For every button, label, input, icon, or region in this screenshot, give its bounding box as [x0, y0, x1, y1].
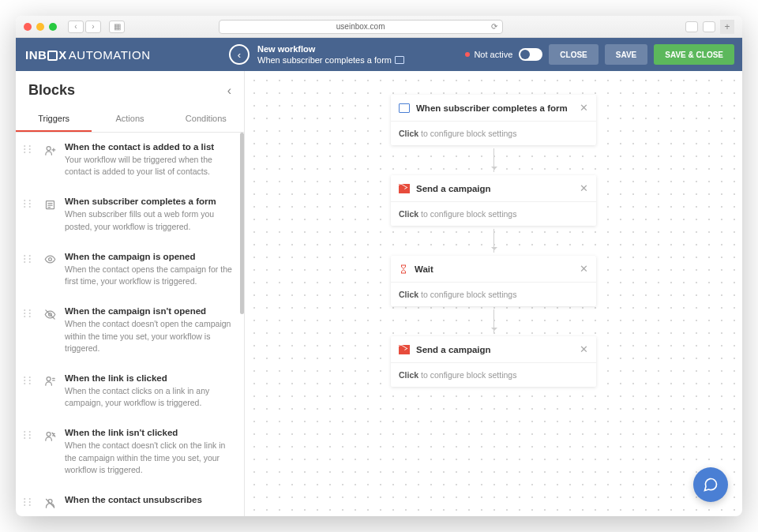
new-tab-button[interactable]: + — [720, 20, 734, 34]
trigger-title: When the link isn't clicked — [65, 428, 233, 437]
logo-suffix: AUTOMATION — [69, 48, 151, 62]
tab-conditions[interactable]: Conditions — [168, 107, 244, 132]
tabs-icon[interactable] — [703, 21, 715, 32]
browser-titlebar: ‹ › ▦ useinbox.com ⟳ + — [16, 16, 742, 38]
remove-node-icon[interactable]: ✕ — [580, 102, 588, 114]
chat-icon — [703, 477, 719, 493]
collapse-sidebar-icon[interactable]: ‹ — [227, 84, 231, 98]
remove-node-icon[interactable]: ✕ — [580, 263, 588, 275]
svg-point-0 — [47, 146, 51, 150]
active-toggle[interactable] — [519, 48, 542, 61]
flow-node[interactable]: Wait✕Click to configure block settings — [391, 256, 596, 306]
user-add-icon — [43, 143, 57, 157]
connector — [493, 229, 494, 253]
drag-handle-icon[interactable]: • •• •• • — [24, 142, 35, 178]
sidebar-tabs: Triggers Actions Conditions — [16, 107, 244, 133]
node-hint: Click to configure block settings — [391, 283, 596, 306]
mail-icon — [399, 345, 410, 354]
drag-handle-icon[interactable]: • •• •• • — [24, 252, 35, 287]
logo-o-icon — [47, 51, 58, 61]
remove-node-icon[interactable]: ✕ — [580, 343, 588, 355]
node-title: Wait — [415, 264, 573, 274]
node-hint: Click to configure block settings — [391, 363, 596, 387]
trigger-item[interactable]: • •• •• •When the link is clickedWhen th… — [16, 364, 244, 418]
scrollbar[interactable] — [240, 133, 244, 314]
drag-handle-icon[interactable]: • •• •• • — [24, 428, 35, 476]
chat-fab[interactable] — [693, 467, 728, 502]
trigger-item[interactable]: • •• •• •When subscriber completes a for… — [16, 187, 244, 242]
mail-icon — [399, 184, 410, 193]
app-logo: INBXAUTOMATION — [16, 48, 229, 62]
tab-triggers[interactable]: Triggers — [16, 107, 92, 132]
drag-handle-icon[interactable]: • •• •• • — [24, 373, 35, 409]
trigger-desc: When the contact opens the campaign for … — [65, 264, 233, 287]
form-icon — [43, 197, 57, 212]
eye-icon — [43, 253, 57, 267]
trigger-title: When the contact is added to a list — [65, 142, 233, 152]
tab-actions[interactable]: Actions — [92, 107, 167, 132]
trigger-item[interactable]: • •• •• •When the contact unsubscribes — [16, 485, 244, 516]
browser-window: ‹ › ▦ useinbox.com ⟳ + INBXAUTOMATION ‹ … — [16, 16, 742, 516]
window-close-dot[interactable] — [24, 23, 32, 31]
connector — [493, 309, 494, 333]
status-indicator: Not active — [465, 50, 512, 59]
eye-off-icon — [43, 307, 57, 321]
close-button[interactable]: CLOSE — [549, 44, 598, 65]
node-hint: Click to configure block settings — [391, 202, 596, 226]
trigger-desc: Your workflow will be triggered when the… — [65, 154, 233, 178]
svg-point-11 — [47, 432, 51, 436]
trigger-title: When the contact unsubscribes — [65, 495, 233, 504]
drag-handle-icon[interactable]: • •• •• • — [24, 197, 35, 232]
app-body: Blocks ‹ Triggers Actions Conditions • •… — [16, 71, 742, 516]
flow-node[interactable]: When subscriber completes a form✕Click t… — [391, 95, 596, 145]
nav-sidebar-button[interactable]: ▦ — [109, 21, 125, 33]
form-icon — [395, 56, 404, 64]
share-icon[interactable] — [685, 21, 698, 32]
trigger-item[interactable]: • •• •• •When the link isn't clickedWhen… — [16, 418, 244, 485]
trigger-title: When subscriber completes a form — [65, 197, 233, 206]
node-title: When subscriber completes a form — [416, 103, 573, 113]
workflow-canvas[interactable]: When subscriber completes a form✕Click t… — [245, 71, 742, 516]
trigger-title: When the link is clicked — [65, 373, 233, 383]
window-min-dot[interactable] — [36, 23, 44, 31]
node-title: Send a campaign — [416, 184, 573, 193]
nav-back-button[interactable]: ‹ — [68, 21, 84, 33]
trigger-item[interactable]: • •• •• •When the campaign is openedWhen… — [16, 242, 244, 297]
trigger-title: When the campaign isn't opened — [65, 306, 233, 316]
link-icon — [43, 374, 57, 388]
form-icon — [399, 103, 410, 113]
node-title: Send a campaign — [416, 345, 573, 354]
reload-icon[interactable]: ⟳ — [491, 22, 497, 31]
flow-node[interactable]: Send a campaign✕Click to configure block… — [391, 336, 596, 387]
connector — [493, 148, 494, 172]
save-close-button[interactable]: SAVE & CLOSE — [654, 44, 734, 65]
address-bar[interactable]: useinbox.com ⟳ — [219, 20, 503, 34]
status-label: Not active — [474, 50, 512, 59]
flow-column: When subscriber completes a form✕Click t… — [391, 95, 596, 387]
flow-node[interactable]: Send a campaign✕Click to configure block… — [391, 175, 596, 226]
svg-point-10 — [47, 377, 51, 381]
trigger-item[interactable]: • •• •• •When the contact is added to a … — [16, 133, 244, 187]
trigger-item[interactable]: • •• •• •When the campaign isn't openedW… — [16, 297, 244, 364]
save-button[interactable]: SAVE — [605, 44, 648, 65]
sidebar: Blocks ‹ Triggers Actions Conditions • •… — [16, 71, 245, 516]
hourglass-icon — [399, 264, 408, 275]
trigger-list[interactable]: • •• •• •When the contact is added to a … — [16, 133, 244, 516]
back-button[interactable]: ‹ — [229, 44, 250, 65]
trigger-desc: When subscriber fills out a web form you… — [65, 208, 233, 232]
svg-line-14 — [46, 499, 54, 507]
url-text: useinbox.com — [336, 22, 385, 31]
logo-bold: INB — [25, 48, 47, 62]
remove-node-icon[interactable]: ✕ — [580, 182, 588, 194]
workflow-title: New workflow — [257, 43, 404, 54]
drag-handle-icon[interactable]: • •• •• • — [24, 495, 35, 510]
window-max-dot[interactable] — [49, 23, 57, 31]
status-dot-icon — [465, 52, 470, 57]
nav-forward-button[interactable]: › — [85, 21, 101, 33]
node-hint: Click to configure block settings — [391, 122, 596, 145]
workflow-subtitle: When subscriber completes a form — [257, 54, 392, 66]
link-off-icon — [43, 429, 57, 443]
drag-handle-icon[interactable]: • •• •• • — [24, 306, 35, 354]
svg-point-7 — [48, 258, 51, 261]
app-header: INBXAUTOMATION ‹ New workflow When subsc… — [16, 38, 742, 71]
